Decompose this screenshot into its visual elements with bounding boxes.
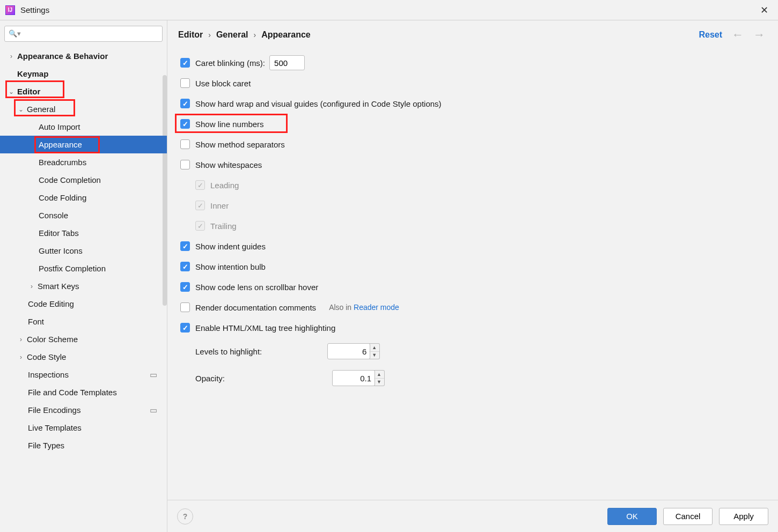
tree-file-types[interactable]: File Types bbox=[0, 437, 167, 454]
chevron-up-icon[interactable]: ▲ bbox=[369, 344, 379, 352]
tree-gutter-icons[interactable]: Gutter Icons bbox=[0, 242, 167, 260]
checkbox-block-caret[interactable] bbox=[180, 78, 190, 88]
settings-tree: ›Appearance & Behavior Keymap ⌄Editor ⌄G… bbox=[0, 47, 167, 532]
apply-button[interactable]: Apply bbox=[719, 508, 768, 525]
checkbox-method-separators[interactable] bbox=[180, 139, 190, 149]
tree-inspections[interactable]: Inspections▭ bbox=[0, 366, 167, 383]
opt-method-separators: Show method separators bbox=[180, 134, 765, 154]
breadcrumb-general[interactable]: General bbox=[216, 30, 248, 40]
tree-appearance-behavior[interactable]: ›Appearance & Behavior bbox=[0, 47, 167, 65]
opacity-input[interactable]: 0.1 bbox=[332, 370, 375, 386]
tree-appearance[interactable]: Appearance bbox=[0, 136, 167, 153]
close-icon[interactable]: ✕ bbox=[756, 2, 773, 18]
tree-file-encodings[interactable]: File Encodings▭ bbox=[0, 401, 167, 419]
levels-input[interactable]: 6 bbox=[327, 343, 370, 359]
checkbox-ws-leading bbox=[195, 180, 205, 190]
chevron-down-icon[interactable]: ▼ bbox=[369, 352, 379, 359]
project-icon: ▭ bbox=[150, 370, 157, 380]
tree-live-templates[interactable]: Live Templates bbox=[0, 419, 167, 437]
titlebar: IJ Settings ✕ bbox=[0, 0, 778, 20]
reader-mode-link[interactable]: Reader mode bbox=[354, 303, 399, 312]
tree-color-scheme[interactable]: ›Color Scheme bbox=[0, 330, 167, 348]
breadcrumb-appearance: Appearance bbox=[261, 30, 311, 40]
opt-indent-guides: Show indent guides bbox=[180, 236, 765, 256]
ok-button[interactable]: OK bbox=[607, 508, 657, 525]
tree-font[interactable]: Font bbox=[0, 313, 167, 330]
caret-blinking-input[interactable] bbox=[269, 55, 305, 70]
tree-console[interactable]: Console bbox=[0, 206, 167, 224]
opt-ws-inner: Inner bbox=[195, 195, 765, 216]
checkbox-ws-trailing bbox=[195, 221, 205, 231]
opt-caret-blinking: Caret blinking (ms): bbox=[180, 53, 765, 73]
chevron-up-icon[interactable]: ▲ bbox=[374, 371, 384, 379]
opacity-stepper[interactable]: ▲▼ bbox=[374, 370, 385, 386]
reset-button[interactable]: Reset bbox=[699, 30, 722, 40]
checkbox-whitespaces[interactable] bbox=[180, 160, 190, 169]
checkbox-hard-wrap[interactable] bbox=[180, 99, 190, 108]
tree-keymap[interactable]: Keymap bbox=[0, 65, 167, 83]
opt-render-doc: Render documentation comments Also in Re… bbox=[180, 297, 765, 317]
content: Caret blinking (ms): Use block caret Sho… bbox=[167, 49, 778, 404]
opt-html-xml: Enable HTML/XML tag tree highlighting bbox=[180, 317, 765, 338]
checkbox-html-xml[interactable] bbox=[180, 323, 190, 332]
checkbox-intention-bulb[interactable] bbox=[180, 262, 190, 271]
tree-editor-tabs[interactable]: Editor Tabs bbox=[0, 224, 167, 242]
body: 🔍▾ ›Appearance & Behavior Keymap ⌄Editor… bbox=[0, 20, 778, 532]
tree-breadcrumbs[interactable]: Breadcrumbs bbox=[0, 153, 167, 171]
levels-stepper[interactable]: ▲▼ bbox=[369, 343, 380, 359]
checkbox-caret-blinking[interactable] bbox=[180, 58, 190, 68]
alsoin-text: Also in Reader mode bbox=[329, 303, 399, 312]
tree-editor[interactable]: ⌄Editor bbox=[0, 83, 167, 100]
main-header: Editor › General › Appearance Reset ← → bbox=[167, 20, 778, 49]
chevron-right-icon: › bbox=[208, 31, 211, 39]
opt-levels: Levels to highlight: 6 ▲▼ bbox=[195, 338, 765, 365]
checkbox-indent-guides[interactable] bbox=[180, 241, 190, 251]
chevron-right-icon: › bbox=[253, 31, 256, 39]
footer: ? OK Cancel Apply bbox=[167, 500, 778, 532]
opt-hard-wrap: Show hard wrap and visual guides (config… bbox=[180, 93, 765, 114]
tree-file-code-templates[interactable]: File and Code Templates bbox=[0, 383, 167, 401]
forward-icon[interactable]: → bbox=[753, 28, 765, 42]
checkbox-line-numbers[interactable] bbox=[180, 119, 190, 129]
tree-general[interactable]: ⌄General bbox=[0, 100, 167, 118]
checkbox-ws-inner bbox=[195, 201, 205, 210]
sidebar: 🔍▾ ›Appearance & Behavior Keymap ⌄Editor… bbox=[0, 20, 167, 532]
window-title: Settings bbox=[20, 5, 49, 14]
tree-postfix-completion[interactable]: Postfix Completion bbox=[0, 260, 167, 277]
search-input[interactable] bbox=[4, 26, 163, 42]
checkbox-code-lens[interactable] bbox=[180, 282, 190, 292]
opt-code-lens: Show code lens on scrollbar hover bbox=[180, 277, 765, 297]
tree-auto-import[interactable]: Auto Import bbox=[0, 118, 167, 136]
tree-code-folding[interactable]: Code Folding bbox=[0, 189, 167, 206]
breadcrumb-editor[interactable]: Editor bbox=[178, 30, 203, 40]
opt-line-numbers: Show line numbers bbox=[180, 114, 765, 134]
back-icon[interactable]: ← bbox=[732, 28, 744, 42]
opt-ws-leading: Leading bbox=[195, 175, 765, 195]
tree-code-editing[interactable]: Code Editing bbox=[0, 295, 167, 313]
opt-intention-bulb: Show intention bulb bbox=[180, 256, 765, 277]
tree-code-style[interactable]: ›Code Style bbox=[0, 348, 167, 366]
main-panel: Editor › General › Appearance Reset ← → … bbox=[167, 20, 778, 532]
opt-ws-trailing: Trailing bbox=[195, 216, 765, 236]
tree-smart-keys[interactable]: ›Smart Keys bbox=[0, 277, 167, 295]
tree-code-completion[interactable]: Code Completion bbox=[0, 171, 167, 189]
cancel-button[interactable]: Cancel bbox=[663, 508, 713, 525]
checkbox-render-doc[interactable] bbox=[180, 302, 190, 312]
opt-opacity: Opacity: 0.1 ▲▼ bbox=[195, 365, 765, 391]
opt-block-caret: Use block caret bbox=[180, 73, 765, 93]
chevron-down-icon[interactable]: ▼ bbox=[374, 379, 384, 386]
app-icon: IJ bbox=[5, 5, 15, 15]
search-wrap: 🔍▾ bbox=[0, 20, 167, 47]
project-icon: ▭ bbox=[150, 405, 157, 415]
help-button[interactable]: ? bbox=[177, 508, 193, 524]
opt-whitespaces: Show whitespaces bbox=[180, 154, 765, 175]
settings-window: IJ Settings ✕ 🔍▾ ›Appearance & Behavior … bbox=[0, 0, 778, 532]
